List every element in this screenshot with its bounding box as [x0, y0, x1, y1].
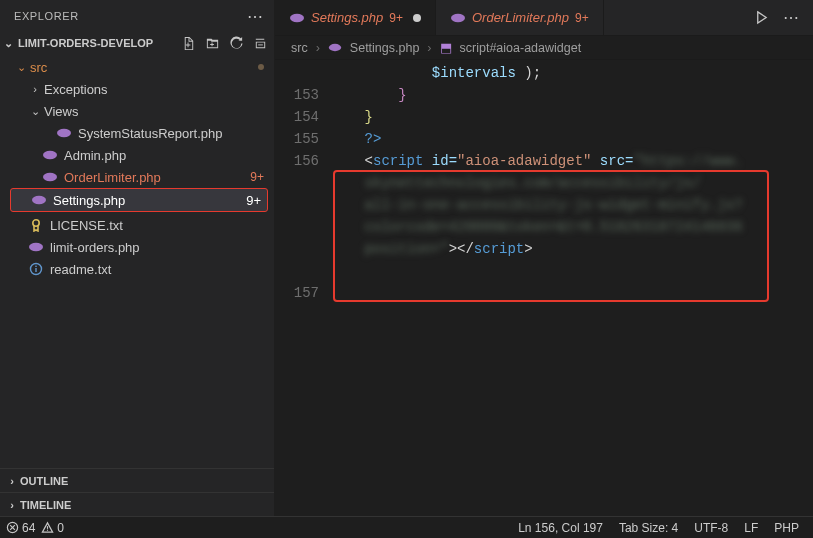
run-icon[interactable]	[754, 10, 769, 25]
breadcrumb-item[interactable]: Settings.php	[350, 41, 420, 55]
svg-rect-8	[35, 266, 36, 267]
eol[interactable]: LF	[744, 521, 758, 535]
code-editor[interactable]: 153 154 155 156 157 $intervals ); } } ?>	[275, 60, 813, 516]
svg-rect-13	[47, 526, 48, 529]
warning-icon	[41, 521, 54, 534]
chevron-down-icon: ⌄	[14, 61, 28, 74]
php-icon	[328, 42, 342, 53]
explorer-title: EXPLORER	[14, 10, 79, 22]
info-icon	[28, 261, 44, 277]
chevron-right-icon: ›	[427, 41, 431, 55]
php-icon	[31, 194, 47, 206]
tab-size[interactable]: Tab Size: 4	[619, 521, 678, 535]
chevron-right-icon: ›	[4, 499, 20, 511]
explorer-sidebar: EXPLORER ⋯ ⌄ LIMIT-ORDERS-DEVELOP ⌄ src	[0, 0, 275, 516]
tab-orderlimiter[interactable]: OrderLimiter.php 9+	[436, 0, 604, 35]
file-orderlimiter[interactable]: OrderLimiter.php 9+	[0, 166, 274, 188]
svg-point-3	[32, 196, 46, 204]
folder-exceptions[interactable]: › Exceptions	[0, 78, 274, 100]
encoding[interactable]: UTF-8	[694, 521, 728, 535]
svg-point-2	[43, 173, 57, 181]
new-folder-icon[interactable]	[205, 36, 220, 51]
svg-point-5	[29, 243, 43, 251]
timeline-panel[interactable]: › TIMELINE	[0, 492, 274, 516]
file-readme[interactable]: readme.txt	[0, 258, 274, 280]
language-mode[interactable]: PHP	[774, 521, 799, 535]
svg-point-11	[329, 44, 341, 51]
chevron-right-icon: ›	[28, 83, 42, 95]
folder-views[interactable]: ⌄ Views	[0, 100, 274, 122]
php-icon	[289, 12, 305, 24]
php-icon	[42, 147, 58, 163]
svg-point-9	[290, 13, 304, 21]
git-badge: 9+	[250, 170, 264, 184]
svg-point-0	[57, 129, 71, 137]
dirty-indicator-icon	[413, 14, 421, 22]
git-badge: 9+	[246, 193, 261, 208]
outline-panel[interactable]: › OUTLINE	[0, 468, 274, 492]
highlight-box	[333, 170, 769, 302]
modified-dot-icon	[258, 64, 264, 70]
file-license[interactable]: LICENSE.txt	[0, 214, 274, 236]
folder-src[interactable]: ⌄ src	[0, 56, 274, 78]
svg-point-10	[451, 13, 465, 21]
new-file-icon[interactable]	[181, 36, 196, 51]
tab-settings[interactable]: Settings.php 9+	[275, 0, 436, 35]
breadcrumb-item[interactable]: script#aioa-adawidget	[460, 41, 582, 55]
php-icon	[42, 169, 58, 185]
breadcrumb-item[interactable]: src	[291, 41, 308, 55]
svg-point-4	[33, 220, 39, 226]
chevron-right-icon: ›	[316, 41, 320, 55]
chevron-down-icon: ⌄	[4, 37, 13, 49]
file-admin[interactable]: Admin.php	[0, 144, 274, 166]
svg-rect-14	[47, 530, 48, 531]
license-icon	[28, 217, 44, 233]
svg-rect-7	[35, 268, 36, 272]
error-icon	[6, 521, 19, 534]
file-tree: ⌄ src › Exceptions ⌄ Views SystemStatusR…	[0, 56, 274, 468]
file-settings[interactable]: Settings.php 9+	[10, 188, 268, 212]
refresh-icon[interactable]	[229, 36, 244, 51]
script-tag-icon: ⬒	[440, 40, 452, 55]
ellipsis-icon[interactable]: ⋯	[783, 8, 799, 27]
breadcrumb[interactable]: src › Settings.php › ⬒ script#aioa-adawi…	[275, 36, 813, 60]
chevron-down-icon: ⌄	[28, 105, 42, 118]
status-bar: 64 0 Ln 156, Col 197 Tab Size: 4 UTF-8 L…	[0, 516, 813, 538]
workspace-name: LIMIT-ORDERS-DEVELOP	[18, 37, 153, 49]
errors-count[interactable]: 64	[6, 521, 35, 535]
cursor-position[interactable]: Ln 156, Col 197	[518, 521, 603, 535]
editor-tabs: Settings.php 9+ OrderLimiter.php 9+ ⋯	[275, 0, 813, 36]
php-icon	[28, 239, 44, 255]
ellipsis-icon[interactable]: ⋯	[247, 7, 264, 26]
code-body[interactable]: $intervals ); } } ?> <script id="aioa-ad…	[331, 60, 813, 516]
svg-point-1	[43, 151, 57, 159]
php-icon	[56, 125, 72, 141]
chevron-right-icon: ›	[4, 475, 20, 487]
line-gutter: 153 154 155 156 157	[275, 60, 331, 516]
file-limitorders[interactable]: limit-orders.php	[0, 236, 274, 258]
file-systemstatusreport[interactable]: SystemStatusReport.php	[0, 122, 274, 144]
workspace-header[interactable]: ⌄ LIMIT-ORDERS-DEVELOP	[0, 30, 274, 56]
php-icon	[450, 12, 466, 24]
collapse-all-icon[interactable]	[253, 36, 268, 51]
warnings-count[interactable]: 0	[41, 521, 64, 535]
